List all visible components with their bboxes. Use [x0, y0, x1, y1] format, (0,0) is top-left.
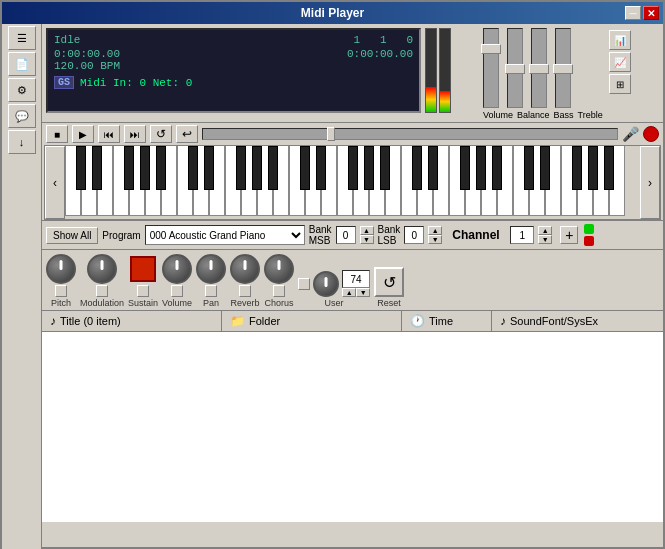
piano-right-nav[interactable]: › [640, 146, 660, 219]
bank-lsb-down[interactable]: ▼ [428, 235, 442, 244]
black-key[interactable] [492, 146, 502, 190]
black-key[interactable] [236, 146, 246, 190]
black-key[interactable] [588, 146, 598, 190]
rewind-button[interactable]: ↩ [176, 125, 198, 143]
bass-fader-track[interactable] [531, 28, 547, 108]
bass-fader-label: Bass [554, 110, 574, 120]
progress-thumb[interactable] [327, 127, 335, 141]
user-left-btn[interactable] [298, 278, 310, 290]
reverb-sq-btn[interactable] [239, 285, 251, 297]
meter-section [425, 28, 475, 120]
bank-msb-up[interactable]: ▲ [360, 226, 374, 235]
black-key[interactable] [124, 146, 134, 190]
chorus-sq-btn[interactable] [273, 285, 285, 297]
menu-button[interactable]: ☰ [8, 26, 36, 50]
black-key[interactable] [524, 146, 534, 190]
black-key[interactable] [204, 146, 214, 190]
pan-knob[interactable] [196, 254, 226, 284]
show-all-button[interactable]: Show All [46, 227, 98, 244]
bank-msb-down[interactable]: ▼ [360, 235, 374, 244]
bank-msb-spinner[interactable]: ▲ ▼ [360, 226, 374, 244]
minimize-button[interactable]: ─ [625, 6, 641, 20]
file-button[interactable]: 📄 [8, 52, 36, 76]
download-button[interactable]: ↓ [8, 130, 36, 154]
record-button[interactable] [643, 126, 659, 142]
progress-bar[interactable] [202, 128, 618, 140]
balance-fader-track[interactable] [507, 28, 523, 108]
indicator-red [584, 236, 594, 246]
lcd-total: 0:00:00.00 [347, 48, 413, 60]
chorus-knob[interactable] [264, 254, 294, 284]
prev-button[interactable]: ⏮ [98, 125, 120, 143]
black-key[interactable] [76, 146, 86, 190]
pan-sq-btn[interactable] [205, 285, 217, 297]
loop-button[interactable]: ↺ [150, 125, 172, 143]
black-key[interactable] [348, 146, 358, 190]
volume-knob[interactable] [162, 254, 192, 284]
channel-down[interactable]: ▼ [538, 235, 552, 244]
bank-msb-value: 0 [336, 226, 356, 244]
modulation-sq-btn[interactable] [96, 285, 108, 297]
next-button[interactable]: ⏭ [124, 125, 146, 143]
black-key[interactable] [412, 146, 422, 190]
black-key[interactable] [476, 146, 486, 190]
transport-row: ■ ▶ ⏮ ⏭ ↺ ↩ 🎤 [42, 122, 663, 145]
bank-lsb-up[interactable]: ▲ [428, 226, 442, 235]
chat-button[interactable]: 💬 [8, 104, 36, 128]
modulation-label: Modulation [80, 298, 124, 308]
black-key[interactable] [316, 146, 326, 190]
add-channel-button[interactable]: + [560, 226, 578, 244]
balance-fader-thumb[interactable] [505, 64, 525, 74]
reverb-knob[interactable] [230, 254, 260, 284]
volume-fader-thumb[interactable] [481, 44, 501, 54]
channel-up[interactable]: ▲ [538, 226, 552, 235]
black-key[interactable] [140, 146, 150, 190]
volume-fader-track[interactable] [483, 28, 499, 108]
user-up[interactable]: ▲ [342, 288, 356, 297]
bank-msb-label: BankMSB [309, 224, 332, 246]
settings-button[interactable]: ⚙ [8, 78, 36, 102]
stop-button[interactable]: ■ [46, 125, 68, 143]
volume-sq-btn[interactable] [171, 285, 183, 297]
modulation-knob[interactable] [87, 254, 117, 284]
sustain-sq-btn[interactable] [137, 285, 149, 297]
channel-row: Show All Program 000 Acoustic Grand Pian… [42, 220, 663, 249]
channel-indicators [584, 224, 594, 246]
black-key[interactable] [428, 146, 438, 190]
user-knob[interactable] [313, 271, 339, 297]
bass-fader-thumb[interactable] [529, 64, 549, 74]
table-body[interactable] [42, 332, 663, 522]
black-key[interactable] [604, 146, 614, 190]
chart-button[interactable]: 📊 [609, 30, 631, 50]
pitch-knob[interactable] [46, 254, 76, 284]
sustain-button[interactable] [130, 256, 156, 282]
piano-left-nav[interactable]: ‹ [45, 146, 65, 219]
treble-fader [555, 28, 571, 108]
black-key[interactable] [380, 146, 390, 190]
black-key[interactable] [460, 146, 470, 190]
black-key[interactable] [572, 146, 582, 190]
graph-button[interactable]: 📈 [609, 52, 631, 72]
play-button[interactable]: ▶ [72, 125, 94, 143]
black-key[interactable] [364, 146, 374, 190]
user-spinner[interactable]: ▲ ▼ [342, 288, 370, 297]
black-key[interactable] [92, 146, 102, 190]
black-key[interactable] [540, 146, 550, 190]
reset-button[interactable]: ↺ [374, 267, 404, 297]
black-key[interactable] [188, 146, 198, 190]
black-key[interactable] [268, 146, 278, 190]
pitch-sq-btn[interactable] [55, 285, 67, 297]
close-button[interactable]: ✕ [643, 6, 659, 20]
user-down[interactable]: ▼ [356, 288, 370, 297]
black-key[interactable] [156, 146, 166, 190]
bank-lsb-spinner[interactable]: ▲ ▼ [428, 226, 442, 244]
program-select[interactable]: 000 Acoustic Grand Piano [145, 225, 305, 245]
col-time-label: Time [429, 315, 453, 327]
reverb-label: Reverb [231, 298, 260, 308]
channel-spinner[interactable]: ▲ ▼ [538, 226, 552, 244]
treble-fader-thumb[interactable] [553, 64, 573, 74]
grid-button[interactable]: ⊞ [609, 74, 631, 94]
black-key[interactable] [300, 146, 310, 190]
black-key[interactable] [252, 146, 262, 190]
treble-fader-track[interactable] [555, 28, 571, 108]
